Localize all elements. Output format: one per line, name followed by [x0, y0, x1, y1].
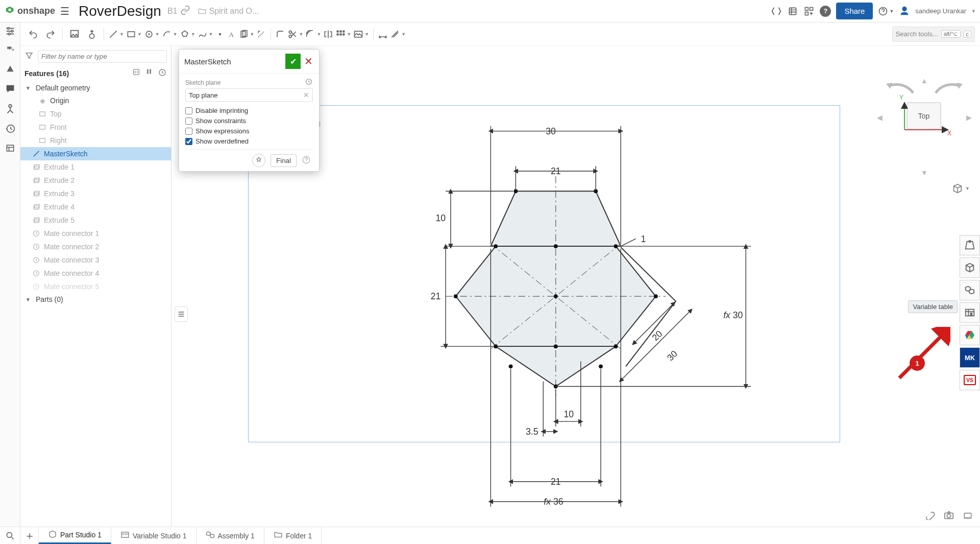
dim-left-10[interactable]: 10: [436, 213, 446, 223]
app-store-icon[interactable]: [803, 6, 815, 17]
branch-label[interactable]: B1: [167, 7, 178, 16]
extrude-1[interactable]: Extrude 1: [20, 160, 171, 174]
plane-front[interactable]: Front: [20, 121, 171, 134]
rotate-cw-icon[interactable]: [933, 81, 964, 96]
feature-filter-input[interactable]: [38, 50, 167, 63]
image-tool[interactable]: ▼: [353, 29, 369, 39]
circle-tool[interactable]: ▼: [144, 29, 160, 39]
sketch-accept-button[interactable]: ✔: [285, 54, 301, 69]
redo-button[interactable]: [43, 27, 58, 42]
comments-icon[interactable]: [5, 83, 16, 96]
construction-tool[interactable]: [256, 29, 266, 39]
status-units-icon[interactable]: [963, 510, 973, 523]
line-tool[interactable]: ▼: [108, 29, 124, 39]
pattern-tool[interactable]: ▼: [335, 29, 351, 39]
sketch-cancel-button[interactable]: ✕: [301, 54, 316, 69]
sketch-plane-input[interactable]: Top plane✕: [185, 88, 313, 102]
chk-show-constraints[interactable]: Show constraints: [185, 117, 313, 125]
view-down-icon[interactable]: ▼: [921, 169, 928, 177]
mate-5[interactable]: Mate connector 5: [20, 280, 171, 293]
plane-top[interactable]: Top: [20, 107, 171, 121]
sketch-final-button[interactable]: Final: [271, 154, 297, 167]
sketch-foot-icon[interactable]: [252, 154, 265, 167]
extrude-4[interactable]: Extrude 4: [20, 200, 171, 214]
tab-variable-studio[interactable]: Variable Studio 1: [111, 527, 197, 544]
tool-search[interactable]: Search tools... alt/⌥ c: [892, 27, 975, 42]
rr-cube-icon[interactable]: [960, 257, 980, 278]
history-icon[interactable]: [5, 123, 16, 136]
undo-button[interactable]: [26, 27, 41, 42]
add-tab-button[interactable]: ＋: [20, 527, 39, 544]
sketch-help-icon[interactable]: [302, 155, 311, 166]
origin-node[interactable]: ◈Origin: [20, 94, 171, 107]
dim-left-21[interactable]: 21: [431, 291, 441, 301]
constraint-tool[interactable]: ▼: [390, 29, 406, 39]
spline-tool[interactable]: ▼: [198, 29, 213, 39]
rectangle-tool[interactable]: ▼: [126, 29, 142, 39]
rr-vs-icon[interactable]: VS: [960, 370, 980, 390]
chk-show-expressions[interactable]: Show expressions: [185, 127, 313, 135]
arc-tool[interactable]: ▼: [162, 29, 178, 39]
dim-top-30[interactable]: 30: [546, 126, 556, 136]
bom-icon[interactable]: [787, 6, 798, 17]
rr-cubes-icon[interactable]: [960, 280, 980, 300]
versions-icon[interactable]: [5, 103, 16, 116]
user-menu-caret-icon[interactable]: ▼: [971, 9, 976, 14]
rr-mass-icon[interactable]: [960, 235, 980, 255]
breadcrumb[interactable]: Spirit and O...: [198, 7, 259, 16]
mirror-tool[interactable]: [323, 29, 333, 39]
help-menu[interactable]: ▼: [878, 6, 894, 16]
onshape-logo[interactable]: onshape: [4, 6, 55, 17]
user-name-label[interactable]: sandeep Urankar: [915, 7, 966, 15]
extrude-button[interactable]: [84, 27, 100, 42]
pause-icon[interactable]: [145, 68, 153, 79]
share-button[interactable]: Share: [836, 3, 873, 19]
dimension-tool[interactable]: [378, 29, 388, 39]
status-clip-icon[interactable]: [925, 510, 935, 523]
tab-menu-button[interactable]: [0, 527, 20, 544]
tab-assembly[interactable]: Assembly 1: [197, 527, 264, 544]
dim-35[interactable]: 3.5: [526, 427, 538, 437]
custom-brackets-icon[interactable]: [771, 6, 782, 17]
insert-icon[interactable]: +: [5, 45, 15, 57]
dim-diag-20[interactable]: 20: [650, 328, 665, 343]
tab-folder[interactable]: Folder 1: [264, 527, 322, 544]
trim-tool[interactable]: ▼: [287, 29, 303, 39]
sketch-button[interactable]: [67, 27, 82, 42]
suppress-icon[interactable]: [132, 68, 140, 79]
document-name[interactable]: RoverDesign: [79, 3, 161, 19]
status-camera-icon[interactable]: [943, 510, 954, 523]
extrude-5[interactable]: Extrude 5: [20, 214, 171, 227]
mastersketch-node[interactable]: MasterSketch: [20, 147, 171, 160]
filter-icon[interactable]: [24, 51, 34, 62]
polygon-tool[interactable]: ▼: [180, 29, 195, 39]
plane-right[interactable]: Right: [20, 134, 171, 147]
chk-disable-imprinting[interactable]: Disable imprinting: [185, 107, 313, 114]
extrude-2[interactable]: Extrude 2: [20, 174, 171, 187]
rr-mk-icon[interactable]: MK: [960, 347, 980, 368]
rollback-icon[interactable]: [158, 68, 167, 79]
sketch-plane-clear-icon[interactable]: ✕: [303, 91, 309, 99]
settings-icon[interactable]: [5, 26, 16, 38]
rr-variable-table-icon[interactable]: x: [960, 302, 980, 323]
mate-4[interactable]: Mate connector 4: [20, 267, 171, 280]
sketch-plane-history-icon[interactable]: [305, 78, 313, 87]
iso-cube-icon[interactable]: [952, 183, 963, 194]
dim-diag-30[interactable]: 30: [665, 348, 679, 363]
mate-3[interactable]: Mate connector 3: [20, 253, 171, 267]
render-mode-caret-icon[interactable]: ▼: [965, 186, 970, 191]
text-tool[interactable]: A: [227, 29, 237, 39]
parts-node[interactable]: ▼Parts (0): [20, 293, 171, 305]
mate-1[interactable]: Mate connector 1: [20, 227, 171, 240]
user-avatar-icon[interactable]: [899, 6, 910, 17]
point-tool[interactable]: [215, 30, 225, 39]
dim-fx36[interactable]: fx 36: [544, 496, 563, 507]
fillet-tool[interactable]: [275, 29, 285, 39]
main-menu-button[interactable]: ☰: [58, 5, 71, 18]
notifications-icon[interactable]: ?: [820, 6, 831, 17]
view-cube[interactable]: ▲ ◀ ▶ Top Y X ▼ ▼: [876, 77, 973, 194]
extrude-3[interactable]: Extrude 3: [20, 187, 171, 200]
dim-top-21[interactable]: 21: [551, 166, 561, 176]
view-right-icon[interactable]: ▶: [966, 113, 972, 122]
list-toggle-button[interactable]: [175, 306, 188, 322]
